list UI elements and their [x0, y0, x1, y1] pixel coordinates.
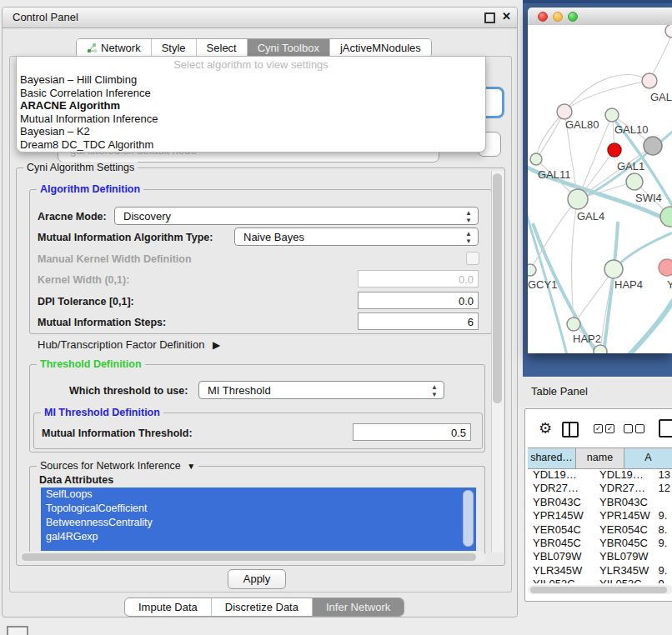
cyni-bottom-tabs: Impute Data Discretize Data Infer Networ…: [124, 598, 404, 617]
network-node[interactable]: [644, 137, 662, 155]
table-row[interactable]: YDR27… YDR27… 12: [528, 482, 672, 495]
minimized-panel-icon[interactable]: [7, 626, 28, 635]
network-window-titlebar: [528, 8, 672, 26]
cell-value: 9.: [654, 537, 672, 550]
tab-discretize-data[interactable]: Discretize Data: [212, 598, 313, 616]
unchecked-columns-icon[interactable]: [624, 424, 644, 433]
network-node[interactable]: [605, 108, 619, 122]
node-label: GAL11: [538, 168, 571, 181]
manual-kernel-checkbox[interactable]: [466, 252, 479, 265]
attribute-list-item[interactable]: gal4RGexp: [41, 530, 476, 544]
tab-label: Style: [162, 42, 186, 54]
settings-horizontal-scrollbar[interactable]: [19, 552, 486, 562]
network-node[interactable]: [626, 173, 643, 190]
table-header-row: shared… name A: [528, 448, 672, 469]
algorithm-list-item[interactable]: Bayesian – K2: [17, 125, 485, 138]
cell-name: YER054C: [596, 523, 654, 537]
network-node[interactable]: [528, 264, 536, 276]
network-node[interactable]: [557, 104, 572, 119]
cell-shared-name: YLR345W: [528, 564, 596, 578]
document-icon[interactable]: [659, 419, 672, 438]
group-title: Threshold Definition: [37, 358, 145, 370]
tab-select[interactable]: Select: [197, 39, 248, 57]
attribute-list-item[interactable]: BetweennessCentrality: [41, 516, 476, 530]
control-panel-title: Control Panel: [13, 11, 78, 23]
cell-value: 9.: [654, 564, 672, 578]
tab-label: Network: [101, 42, 141, 54]
table-row[interactable]: YPR145W YPR145W 9.: [528, 509, 672, 522]
attribute-list-item[interactable]: SelfLoops: [41, 488, 476, 502]
algorithm-list-item[interactable]: Mutual Information Inference: [17, 112, 485, 126]
close-icon[interactable]: ✕: [502, 10, 511, 22]
algorithm-list-item[interactable]: Basic Correlation Inference: [17, 87, 485, 100]
table-row[interactable]: YLR345W YLR345W 9.: [528, 564, 672, 578]
float-window-icon[interactable]: [484, 12, 495, 23]
network-canvas[interactable]: GALGAL80GAL10GAL1GAL11SWI4GAL4GCY1HAP4YH…: [528, 25, 672, 353]
tab-cyni-toolbox[interactable]: Cyni Toolbox: [248, 39, 330, 57]
checked-columns-icon[interactable]: ✓✓: [594, 424, 614, 433]
close-traffic-light[interactable]: [538, 12, 548, 22]
settings-vertical-scrollbar[interactable]: [491, 171, 504, 552]
network-node[interactable]: [604, 260, 623, 278]
table-row[interactable]: YBR045C YBR045C 9.: [528, 537, 672, 550]
network-node[interactable]: [642, 73, 657, 88]
algorithm-list-item[interactable]: ARACNE Algorithm: [17, 99, 485, 112]
table-panel-titlebar: Table Panel: [518, 377, 672, 407]
zoom-traffic-light[interactable]: [568, 12, 578, 22]
mi-type-label: Mutual Information Algorithm Type:: [38, 232, 213, 243]
node-label: GAL80: [565, 118, 599, 131]
network-node[interactable]: [568, 189, 588, 209]
aracne-mode-combo[interactable]: Discovery ▲▼: [114, 207, 479, 225]
network-node[interactable]: [594, 345, 607, 353]
column-header[interactable]: shared…: [528, 448, 576, 468]
which-threshold-value: MI Threshold: [208, 384, 271, 397]
node-label: GCY1: [528, 278, 557, 291]
sources-title[interactable]: Sources for Network Inference ▼: [37, 460, 198, 472]
split-columns-icon[interactable]: [562, 422, 579, 438]
algorithm-list-item[interactable]: Bayesian – Hill Climbing: [17, 73, 485, 87]
network-node[interactable]: [567, 318, 580, 331]
table-row[interactable]: YDL19… YDL19… 13: [528, 468, 672, 482]
mi-threshold-input[interactable]: 0.5: [353, 423, 471, 441]
node-label: GAL1: [617, 160, 644, 172]
tab-jactivemnodules[interactable]: jActiveMNodules: [330, 39, 431, 57]
cell-value: 12: [654, 482, 672, 495]
gear-icon[interactable]: ⚙: [539, 419, 552, 438]
which-threshold-combo[interactable]: MI Threshold ▲▼: [198, 381, 444, 399]
node-label: GAL: [650, 91, 672, 103]
table-row[interactable]: YIL053C YIL053C 9: [528, 578, 672, 583]
tab-network[interactable]: Network: [77, 39, 152, 57]
mi-steps-input[interactable]: 6: [358, 312, 479, 330]
group-title: Cyni Algorithm Settings: [23, 162, 138, 173]
column-header[interactable]: name: [576, 448, 624, 468]
kernel-width-input[interactable]: 0.0: [358, 270, 479, 288]
group-title: Algorithm Definition: [37, 183, 143, 195]
table-row[interactable]: YER054C YER054C 8.: [528, 523, 672, 537]
attribute-list-scrollbar[interactable]: [463, 490, 474, 547]
dpi-tolerance-input[interactable]: 0.0: [358, 292, 479, 309]
algorithm-list-item[interactable]: Dream8 DC_TDC Algorithm: [17, 138, 485, 152]
table-row[interactable]: YBL079W YBL079W: [528, 550, 672, 563]
tab-impute-data[interactable]: Impute Data: [125, 598, 212, 616]
sources-title-label: Sources for Network Inference: [40, 460, 181, 472]
network-node[interactable]: [660, 207, 672, 227]
tab-infer-network[interactable]: Infer Network: [313, 598, 404, 616]
network-node[interactable]: [659, 259, 672, 276]
node-label: HAP4: [614, 278, 643, 291]
network-node[interactable]: [608, 143, 621, 157]
table-row[interactable]: YBR043C YBR043C: [528, 496, 672, 509]
table-horizontal-scrollbar[interactable]: [528, 585, 672, 594]
hub-definition-expander[interactable]: Hub/Transcription Factor Definition ▶: [38, 338, 220, 351]
column-header[interactable]: A: [624, 448, 672, 468]
aracne-mode-value: Discovery: [123, 210, 171, 222]
mi-type-combo[interactable]: Naive Bayes ▲▼: [234, 228, 479, 246]
network-node[interactable]: [665, 25, 672, 38]
tab-style[interactable]: Style: [152, 39, 197, 57]
table-toolbar: ⚙ ✓✓: [525, 409, 672, 448]
network-node[interactable]: [530, 153, 542, 165]
attribute-list-item[interactable]: TopologicalCoefficient: [41, 502, 476, 516]
apply-button[interactable]: Apply: [228, 569, 286, 589]
cell-name: YBR045C: [596, 537, 654, 550]
node-label: SWI4: [635, 192, 662, 204]
minimize-traffic-light[interactable]: [553, 12, 563, 22]
